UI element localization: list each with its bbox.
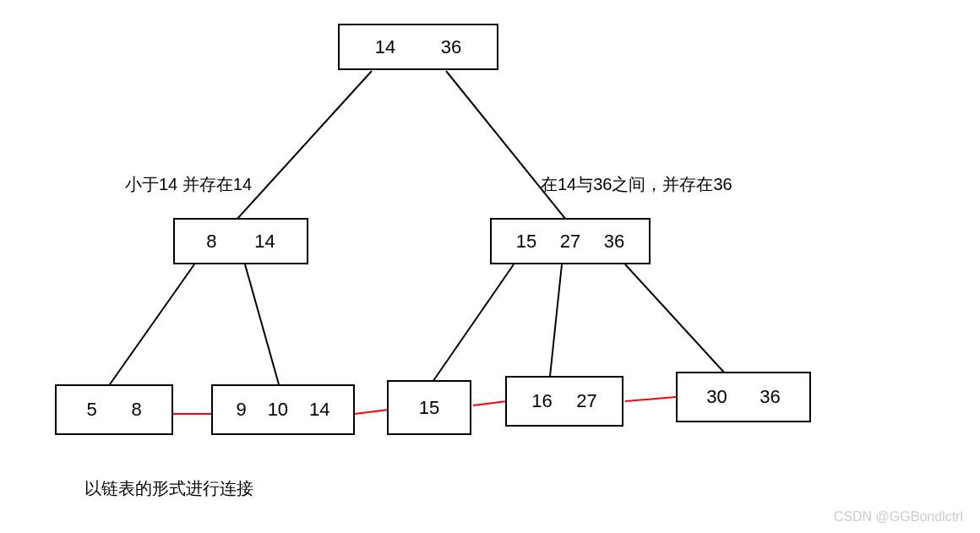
svg-line-0 <box>237 71 372 220</box>
left-node: 8 14 <box>173 218 308 264</box>
bottom-note-label: 以链表的形式进行连接 <box>84 477 253 500</box>
right-key2: 27 <box>560 231 580 253</box>
svg-line-3 <box>245 264 279 384</box>
leaf4-k2: 27 <box>576 390 596 412</box>
leaf-node-1: 5 8 <box>55 384 173 435</box>
right-key3: 36 <box>604 231 624 253</box>
leaf4-k1: 16 <box>531 390 552 412</box>
watermark: CSDN @GGBondlctrl <box>834 509 963 525</box>
leaf2-k1: 9 <box>236 399 246 421</box>
svg-line-5 <box>549 264 562 384</box>
svg-line-2 <box>110 264 194 384</box>
leaf-node-5: 30 36 <box>676 372 811 422</box>
svg-line-1 <box>446 71 566 220</box>
left-key1: 8 <box>206 231 216 253</box>
leaf5-k1: 30 <box>706 386 727 408</box>
leaf5-k2: 36 <box>760 386 780 408</box>
leaf2-k2: 10 <box>268 399 288 421</box>
leaf-node-2: 9 10 14 <box>211 384 355 435</box>
root-key1: 14 <box>375 36 395 58</box>
leaf-node-3: 15 <box>387 380 471 435</box>
left-note-label: 小于14 并存在14 <box>125 173 252 196</box>
root-key2: 36 <box>441 36 461 58</box>
tree-edges <box>0 0 980 533</box>
svg-line-4 <box>431 264 514 384</box>
svg-line-8 <box>355 410 389 414</box>
right-node: 15 27 36 <box>490 218 651 264</box>
right-key1: 15 <box>516 231 536 253</box>
svg-line-10 <box>625 397 676 401</box>
leaf1-k1: 5 <box>86 399 96 421</box>
root-node: 14 36 <box>338 24 498 70</box>
svg-line-9 <box>473 401 507 405</box>
svg-line-6 <box>625 264 735 384</box>
leaf2-k3: 14 <box>309 399 329 421</box>
left-key2: 14 <box>254 231 275 253</box>
leaf-node-4: 16 27 <box>505 376 623 427</box>
leaf1-k2: 8 <box>131 399 141 421</box>
leaf3-k1: 15 <box>419 397 439 419</box>
right-note-label: 在14与36之间，并存在36 <box>541 173 732 196</box>
